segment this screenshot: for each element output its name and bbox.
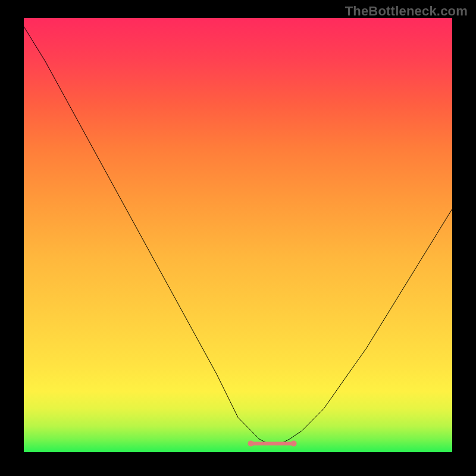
curve-group — [24, 27, 452, 447]
flat-region-end-marker — [291, 440, 297, 446]
bottleneck-curve — [24, 27, 452, 444]
curve-svg — [24, 18, 452, 452]
watermark-text: TheBottleneck.com — [345, 4, 468, 19]
chart-frame: TheBottleneck.com — [0, 0, 476, 476]
flat-region-start-marker — [248, 440, 254, 446]
plot-area — [24, 18, 452, 452]
